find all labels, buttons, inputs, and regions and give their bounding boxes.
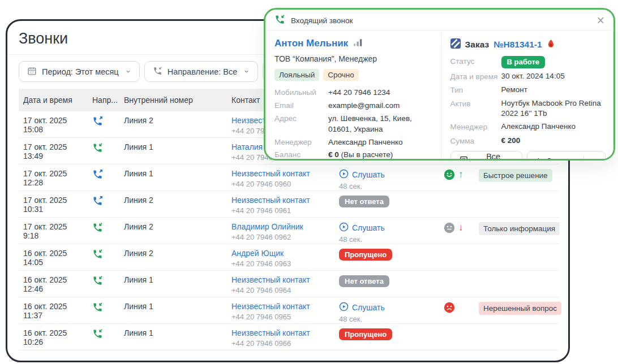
incoming-call-icon (92, 249, 115, 259)
call-line: Линия 1 (119, 275, 227, 284)
table-row[interactable]: 17 окт. 2025 12:28 Линия 1 Неизвестный к… (19, 164, 559, 191)
order-field-label: Сумма (450, 136, 501, 146)
order-field-label: Статус (450, 56, 501, 67)
chevron-down-icon (243, 67, 250, 76)
incoming-call-icon (92, 328, 115, 339)
listen-label: Слушать (352, 170, 385, 179)
call-line: Линия 1 (119, 142, 227, 151)
contact-link[interactable]: Андрей Ющик (231, 249, 284, 258)
call-line: Линия 2 (119, 196, 227, 205)
table-row[interactable]: 16 окт. 2025 14:05 Линия 2 Андрей Ющик +… (19, 244, 559, 271)
listen-label: Слушать (352, 223, 385, 232)
smiley-positive-icon (444, 169, 455, 180)
order-number-link[interactable]: №H81341-1 (493, 40, 542, 50)
direction-filter-button[interactable]: Направление: Все (144, 61, 259, 82)
orders-icon (459, 155, 469, 161)
listen-label: Слушать (352, 303, 385, 312)
order-field-label: Тип (450, 85, 501, 96)
call-line: Линия 1 (119, 302, 227, 311)
field-label: Баланс (274, 150, 328, 161)
listen-recording-link[interactable]: Слушать 48 сек. (339, 222, 435, 244)
arrow-down-icon: ↓ (458, 222, 464, 233)
call-datetime: 17 окт. 2025 15:08 (19, 116, 88, 134)
call-tag: Нерешенный вопрос (479, 302, 561, 315)
signal-bars-icon (353, 38, 363, 49)
call-line: Линия 2 (119, 116, 227, 125)
incoming-call-icon (274, 14, 285, 27)
call-line: Линия 1 (119, 328, 227, 337)
balance-note: (Вы в расчете) (341, 150, 393, 159)
listen-recording-link[interactable]: Слушать 48 сек. (339, 302, 435, 323)
header-direction: Напр... (88, 96, 119, 105)
header-datetime: Дата и время (19, 96, 88, 105)
order-amount: € 200 (501, 136, 521, 146)
call-status-badge: Пропущено (339, 249, 392, 261)
table-row[interactable]: 16 окт. 2025 12:46 Линия 1 Неизвестный к… (19, 271, 559, 297)
incoming-call-popup: Входящий звонок × Антон Мельник ТОВ “Ком… (264, 8, 615, 161)
contact-tag-urgent: Срочно (323, 69, 358, 81)
contact-link[interactable]: Неизвестный контакт (231, 302, 310, 311)
create-order-button[interactable]: + Создать (527, 151, 606, 161)
contact-name-link[interactable]: Антон Мельник (274, 38, 348, 49)
call-datetime: 16 окт. 2025 12:46 (19, 275, 88, 293)
contact-link[interactable]: Неизвестный контакт (231, 328, 310, 337)
call-duration: 48 сек. (339, 315, 435, 323)
contact-link[interactable]: Неизвестный контакт (231, 275, 310, 284)
listen-recording-link[interactable]: Слушать 48 сек. (339, 169, 435, 190)
table-row[interactable]: 17 окт. 2025 9:18 Линия 2 Владимир Олийн… (19, 218, 559, 244)
field-label: Email (274, 101, 328, 111)
period-filter-button[interactable]: Период: Этот месяц (19, 61, 140, 82)
popup-title: Входящий звонок (291, 16, 353, 25)
field-label: Мобильный (274, 88, 328, 98)
contact-manager: Александр Панченко (328, 137, 403, 148)
outgoing-call-icon (92, 196, 115, 206)
call-status-badge: Пропущено (339, 328, 392, 340)
order-manager: Александр Панченко (501, 122, 576, 132)
phone-incoming-icon (153, 66, 162, 77)
close-icon[interactable]: × (597, 15, 604, 26)
header-internal-number: Внутренний номер (119, 96, 227, 105)
chevron-down-icon (125, 67, 131, 76)
order-field-label: Менеджер (450, 122, 501, 132)
arrow-up-icon: ↑ (458, 169, 464, 180)
outgoing-call-icon (92, 116, 115, 127)
call-duration: 48 сек. (339, 182, 435, 190)
call-line: Линия 2 (119, 222, 227, 231)
table-row[interactable]: 16 окт. 2025 11:37 Линия 1 Неизвестный к… (19, 297, 559, 324)
contact-phone: +44 20 7946 0962 (231, 233, 330, 241)
call-status-badge: Нет ответа (339, 196, 389, 207)
call-datetime: 16 окт. 2025 11:37 (19, 302, 88, 320)
play-icon (339, 222, 349, 233)
call-line: Линия 1 (119, 169, 227, 178)
smiley-negative-icon (444, 302, 455, 313)
chevron-down-icon[interactable] (590, 157, 597, 161)
contact-tag-loyal: Лояльный (274, 69, 319, 81)
field-label: Адрес (274, 114, 328, 135)
call-duration: 48 сек. (339, 235, 435, 244)
contact-link[interactable]: Неизвестный контакт (231, 196, 310, 205)
balance-amount: € 0 (328, 150, 339, 159)
contact-link[interactable]: Наталия (231, 142, 263, 151)
contact-phone: +44 20 7946 0964 (231, 286, 330, 294)
contact-phone: +44 20 7946 0963 (231, 259, 330, 268)
table-row[interactable]: 16 окт. 2025 10:26 Линия 1 Неизвестный к… (19, 324, 559, 350)
all-orders-button[interactable]: Все заказы (450, 151, 522, 161)
incoming-call-icon (92, 222, 115, 233)
order-field-label: Дата и время (450, 71, 501, 82)
contact-address: ул. Шевченка, 15, Киев, 01601, Украина (328, 114, 433, 135)
order-icon (450, 38, 461, 51)
incoming-call-icon (92, 142, 115, 153)
play-icon (339, 302, 349, 313)
call-datetime: 16 окт. 2025 10:26 (19, 328, 88, 346)
smiley-neutral-icon (444, 222, 455, 233)
contact-company: ТОВ “Компания”, Менеджер (274, 54, 433, 63)
order-type: Ремонт (501, 85, 527, 95)
contact-email: example@gmail.com (328, 101, 400, 111)
contact-link[interactable]: Владимир Олийник (231, 222, 303, 231)
fire-icon (547, 39, 555, 51)
table-row[interactable]: 17 окт. 2025 10:31 Линия 2 Неизвестный к… (19, 191, 559, 218)
order-asset: Ноутбук Macbook Pro Retina 2022 16'' 1Tb (501, 98, 606, 119)
calendar-icon (27, 66, 37, 77)
outgoing-call-icon (92, 169, 115, 180)
contact-link[interactable]: Неизвестный контакт (231, 169, 310, 178)
